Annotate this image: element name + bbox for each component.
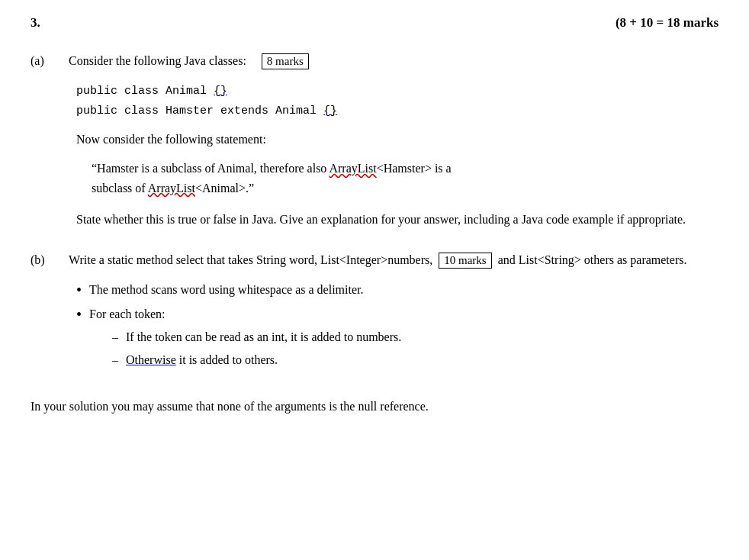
bullet-list: • The method scans word using whitespace…	[76, 281, 718, 374]
dash-text-2: Otherwise it is added to others.	[126, 351, 278, 369]
part-a-header: (a) Consider the following Java classes:…	[31, 53, 718, 69]
code-block: public class Animal {} public class Hams…	[76, 82, 718, 121]
bullet-text-2: For each token: – If the token can be re…	[89, 305, 401, 374]
curly-brace-2: {}	[323, 105, 337, 117]
part-a-intro: Consider the following Java classes: 8 m…	[69, 53, 718, 69]
part-a: (a) Consider the following Java classes:…	[31, 53, 718, 230]
now-consider-text: Now consider the following statement:	[76, 133, 718, 146]
code-line-1: public class Animal {}	[76, 82, 718, 101]
dash-item-1: – If the token can be read as an int, it…	[112, 328, 401, 346]
part-b-label: (b)	[31, 253, 69, 267]
part-b: (b) Write a static method select that ta…	[31, 253, 718, 374]
arraylist-hamster: ArrayList	[329, 162, 376, 175]
part-a-label: (a)	[31, 54, 69, 68]
part-b-header: (b) Write a static method select that ta…	[31, 253, 718, 269]
bullet-item-1: • The method scans word using whitespace…	[76, 281, 718, 299]
bullet-dot-2: •	[76, 305, 82, 323]
code-line-2: public class Hamster extends Animal {}	[76, 101, 718, 121]
part-a-marks: 8 marks	[262, 53, 309, 69]
question-number: 3.	[31, 15, 40, 31]
quote-block: “Hamster is a subclass of Animal, theref…	[92, 159, 673, 198]
dash-text-1: If the token can be read as an int, it i…	[126, 328, 401, 346]
bullet-dot-1: •	[76, 281, 82, 299]
part-b-marks: 10 marks	[439, 253, 491, 269]
question-header: 3. (8 + 10 = 18 marks	[31, 15, 718, 31]
part-b-intro: Write a static method select that takes …	[69, 253, 718, 269]
marks-total: (8 + 10 = 18 marks	[616, 15, 718, 31]
dash-symbol-1: –	[112, 328, 118, 346]
dash-item-2: – Otherwise it is added to others.	[112, 351, 401, 369]
part-b-content: • The method scans word using whitespace…	[76, 281, 718, 374]
footer-text: In your solution you may assume that non…	[31, 397, 718, 417]
bullet-item-2: • For each token: – If the token can be …	[76, 305, 718, 374]
state-text: State whether this is true or false in J…	[76, 210, 718, 230]
arraylist-animal: ArrayList	[148, 182, 195, 195]
curly-brace-1: {}	[214, 85, 227, 98]
page-container: 3. (8 + 10 = 18 marks (a) Consider the f…	[31, 15, 718, 416]
dash-symbol-2: –	[112, 351, 118, 369]
otherwise-link: Otherwise	[126, 353, 176, 366]
dash-list: – If the token can be read as an int, it…	[112, 328, 401, 369]
bullet-text-1: The method scans word using whitespace a…	[89, 281, 363, 299]
